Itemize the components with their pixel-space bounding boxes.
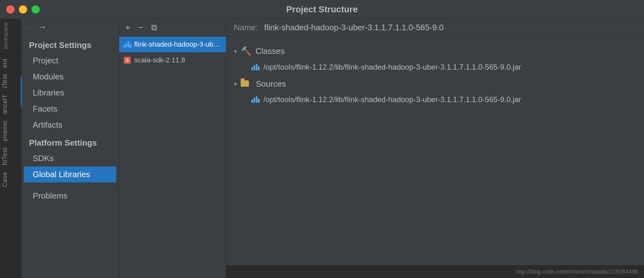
workspace-label: workspace bbox=[3, 22, 9, 49]
sources-label: Sources bbox=[256, 79, 286, 89]
right-header: Name: flink-shaded-hadoop-3-uber-3.1.1.7… bbox=[226, 19, 644, 37]
forward-arrow[interactable]: → bbox=[38, 22, 47, 32]
editor-item-itest[interactable]: iTest bbox=[0, 72, 21, 90]
library-item-scala-sdk[interactable]: S scala-sdk-2.11.8 bbox=[119, 52, 226, 68]
library-label-scala-sdk: scala-sdk-2.11.8 bbox=[134, 56, 185, 64]
sources-section-header[interactable]: ▾ Sources bbox=[226, 76, 644, 92]
library-label-flink-shaded: flink-shaded-hadoop-3-uber-3.1.1.7.1.1.0… bbox=[134, 40, 221, 49]
sources-child-0: /opt/tools/flink-1.12.2/lib/flink-shaded… bbox=[226, 92, 644, 107]
window-title: Project Structure bbox=[286, 4, 358, 14]
name-value: flink-shaded-hadoop-3-uber-3.1.1.7.1.1.0… bbox=[264, 23, 444, 32]
editor-item-fotest[interactable]: foTest bbox=[0, 145, 21, 168]
sidebar-item-global-libraries[interactable]: Global Libraries bbox=[24, 166, 116, 182]
sidebar-divider bbox=[26, 185, 114, 185]
accent-bar bbox=[21, 76, 21, 107]
editor-item-list: ent iTest ancelT ynamic foTest Case bbox=[0, 54, 21, 278]
left-sidebar: ← → Project Settings Project Modules Lib… bbox=[21, 19, 119, 278]
classes-label: Classes bbox=[256, 46, 285, 56]
right-panel: Name: flink-shaded-hadoop-3-uber-3.1.1.7… bbox=[226, 19, 644, 278]
editor-item-dynamic[interactable]: ynamic bbox=[0, 118, 21, 144]
right-content: ▾ 🔨 Classes /opt/tools/flink-1.12.2/lib/… bbox=[226, 37, 644, 265]
remove-button[interactable]: − bbox=[136, 21, 146, 34]
close-button[interactable] bbox=[6, 5, 14, 14]
copy-button[interactable]: ⧉ bbox=[149, 21, 160, 34]
classes-section-header[interactable]: ▾ 🔨 Classes bbox=[226, 43, 644, 60]
scala-icon: S bbox=[124, 56, 131, 64]
main-layout: workspace ent iTest ancelT ynamic foTest… bbox=[0, 19, 644, 278]
bottom-bar: http://blog.csdn.net/tml/article/details… bbox=[226, 265, 644, 278]
maximize-button[interactable] bbox=[32, 5, 40, 14]
traffic-lights bbox=[6, 5, 40, 14]
editor-item-ent[interactable]: ent bbox=[0, 56, 21, 70]
title-bar: Project Structure bbox=[0, 0, 644, 19]
sidebar-item-facets[interactable]: Facets bbox=[21, 101, 119, 117]
sources-path-0: /opt/tools/flink-1.12.2/lib/flink-shaded… bbox=[263, 95, 521, 104]
classes-chevron: ▾ bbox=[234, 48, 237, 55]
sidebar-item-artifacts[interactable]: Artifacts bbox=[21, 117, 119, 133]
classes-path-0: /opt/tools/flink-1.12.2/lib/flink-shaded… bbox=[263, 63, 521, 72]
toolbar: + − ⧉ bbox=[119, 19, 226, 37]
classes-child-0: /opt/tools/flink-1.12.2/lib/flink-shaded… bbox=[226, 60, 644, 75]
library-list: flink-shaded-hadoop-3-uber-3.1.1.7.1.1.0… bbox=[119, 37, 226, 278]
name-label: Name: bbox=[234, 23, 258, 32]
sidebar-item-problems[interactable]: Problems bbox=[21, 188, 119, 204]
nav-arrows: ← → bbox=[21, 19, 119, 35]
library-item-flink-shaded[interactable]: flink-shaded-hadoop-3-uber-3.1.1.7.1.1.0… bbox=[119, 37, 226, 52]
sidebar-item-sdks[interactable]: SDKs bbox=[21, 150, 119, 166]
middle-panel: + − ⧉ flink-shaded-hadoop-3-uber-3.1.1.7… bbox=[119, 19, 226, 278]
classes-section: ▾ 🔨 Classes /opt/tools/flink-1.12.2/lib/… bbox=[226, 43, 644, 75]
sources-chevron: ▾ bbox=[234, 80, 237, 88]
jar-icon-sources bbox=[251, 96, 260, 103]
platform-settings-header: Platform Settings bbox=[21, 133, 119, 150]
sidebar-item-libraries[interactable]: Libraries bbox=[21, 85, 119, 101]
project-settings-header: Project Settings bbox=[21, 35, 119, 53]
sources-section: ▾ Sources /opt/tools/flink-1.12.2/lib/fl… bbox=[226, 76, 644, 107]
workspace-area: workspace bbox=[0, 19, 21, 54]
hammer-icon: 🔨 bbox=[241, 46, 252, 56]
folder-icon bbox=[241, 79, 249, 89]
jar-icon-classes bbox=[251, 64, 260, 70]
minimize-button[interactable] bbox=[19, 5, 27, 14]
bars-icon bbox=[124, 41, 131, 48]
bottom-url: http://blog.csdn.net/tml/article/details… bbox=[516, 269, 638, 275]
sidebar-item-project[interactable]: Project bbox=[21, 53, 119, 69]
editor-item-cancelt[interactable]: ancelT bbox=[0, 92, 21, 117]
sidebar-item-modules[interactable]: Modules bbox=[21, 69, 119, 85]
add-button[interactable]: + bbox=[123, 21, 133, 34]
far-left-panel: workspace ent iTest ancelT ynamic foTest… bbox=[0, 19, 21, 278]
back-arrow[interactable]: ← bbox=[26, 22, 35, 32]
editor-item-case[interactable]: Case bbox=[0, 169, 21, 190]
